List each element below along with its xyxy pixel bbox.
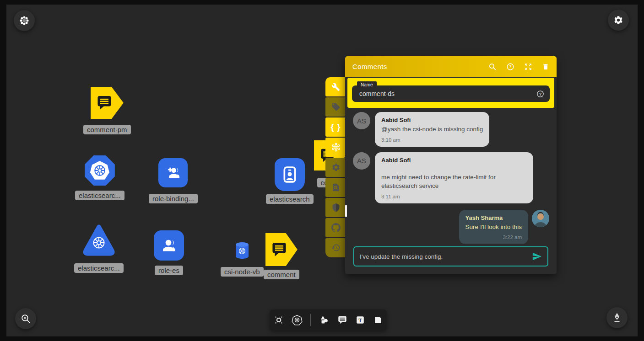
comment-shape	[265, 233, 298, 266]
settings-button[interactable]	[608, 10, 629, 31]
node-label: csi-node-vb	[221, 267, 264, 277]
github-button[interactable]	[325, 218, 346, 237]
workflow-button[interactable]	[274, 315, 284, 325]
node-label: role-binding...	[149, 194, 198, 203]
app-menu-button[interactable]	[14, 10, 35, 31]
node-elasticsearch-triangle[interactable]: elasticsearc...	[74, 223, 124, 273]
panel-title: Comments	[352, 63, 488, 70]
wrench-button[interactable]	[325, 77, 346, 96]
node-label: comment-pm	[83, 125, 131, 134]
message-time: 3:10 am	[381, 137, 483, 143]
toolbar-divider	[310, 314, 311, 326]
text-icon: T	[355, 315, 365, 325]
chat-icon	[271, 241, 288, 258]
pen-nib-icon	[611, 312, 623, 324]
search-icon[interactable]	[488, 63, 497, 71]
note-tool-button[interactable]	[373, 315, 383, 325]
braces-button[interactable]: { }	[325, 117, 346, 137]
braces-icon: { }	[330, 123, 341, 132]
message-author: Yash Sharma	[465, 214, 522, 221]
message-text: me might need to change the rate-limit f…	[381, 173, 527, 191]
comments-panel: Comments ? Name ? AS	[345, 56, 557, 274]
name-field[interactable]: Name ?	[352, 85, 550, 102]
kanvas-flower-icon	[331, 142, 341, 152]
shape-dock: T	[270, 309, 387, 330]
name-field-label: Name	[357, 81, 377, 88]
svg-text:T: T	[358, 317, 362, 324]
node-comment-pm[interactable]: comment-pm	[83, 87, 131, 134]
send-icon[interactable]	[532, 251, 542, 261]
gear-icon	[613, 15, 623, 25]
shield-button[interactable]	[325, 198, 346, 217]
kubernetes-button[interactable]	[292, 314, 303, 325]
svg-text:?: ?	[539, 91, 541, 96]
svg-text:?: ?	[509, 64, 511, 69]
service-account-shape	[275, 158, 305, 191]
rounded-square-shape	[154, 230, 184, 261]
scrollbar[interactable]	[345, 205, 347, 217]
message-bubble: Yash Sharma Sure I'll look into this 3:2…	[459, 210, 528, 244]
add-user-icon	[164, 164, 182, 181]
message-bubble: Aabid Sofi @yash the csi-node is missing…	[375, 112, 489, 147]
node-label: comment	[264, 270, 299, 279]
tag-icon	[331, 102, 341, 112]
person-portrait	[532, 210, 549, 227]
shield-icon	[331, 203, 341, 212]
comment-tool-button[interactable]	[337, 315, 347, 325]
node-label: elasticsearc...	[75, 191, 124, 200]
message-text: Sure I'll look into this	[465, 223, 522, 232]
note-icon	[373, 315, 383, 325]
help-icon[interactable]: ?	[506, 63, 514, 71]
avatar-photo	[532, 210, 549, 227]
zoom-button[interactable]	[15, 308, 36, 329]
node-role-es[interactable]: role-es	[154, 230, 184, 275]
wrench-icon	[331, 83, 340, 91]
message-time: 3:11 am	[381, 194, 527, 199]
node-role-binding[interactable]: role-binding...	[149, 158, 198, 203]
avatar: AS	[353, 152, 370, 170]
tag-button[interactable]	[325, 97, 346, 117]
history-button[interactable]	[325, 238, 346, 257]
comment-message: AS Aabid Sofi @yash the csi-node is miss…	[353, 112, 549, 147]
comment-message: Yash Sharma Sure I'll look into this 3:2…	[353, 210, 549, 244]
chat-icon	[96, 94, 113, 112]
message-time: 3:22 am	[465, 234, 522, 240]
comment-message: AS Aabid Sofi me might need to change th…	[353, 152, 549, 203]
message-author: Aabid Sofi	[381, 117, 483, 123]
shapes-button[interactable]	[319, 314, 330, 325]
pen-tool-button[interactable]	[606, 307, 628, 328]
users-icon	[160, 236, 178, 255]
node-label: elasticsearch	[266, 194, 314, 204]
text-tool-button[interactable]: T	[355, 315, 365, 325]
message-bubble: Aabid Sofi me might need to change the r…	[375, 152, 533, 203]
comment-icon	[337, 315, 347, 325]
shapes-icon	[319, 314, 330, 325]
comments-panel-header[interactable]: Comments ?	[345, 56, 557, 77]
name-input[interactable]	[359, 90, 536, 97]
trash-icon[interactable]	[542, 63, 549, 71]
kanvas-flower-button[interactable]	[325, 138, 346, 157]
rounded-square-shape	[158, 158, 188, 187]
message-author: Aabid Sofi	[381, 157, 527, 164]
node-comment[interactable]: comment	[264, 233, 299, 279]
workflow-icon	[274, 315, 284, 325]
cylinder-shape	[234, 241, 250, 260]
doc-scan-button[interactable]	[325, 178, 346, 197]
expand-icon[interactable]	[524, 63, 532, 71]
node-label: elasticsearc...	[74, 263, 124, 273]
comments-list[interactable]: AS Aabid Sofi @yash the csi-node is miss…	[345, 108, 557, 244]
kanvas-stage: comment-pm elasticsearc... role-bind	[0, 0, 644, 341]
node-elasticsearch-sa[interactable]: elasticsearch	[266, 158, 314, 204]
name-field-block: Name ?	[347, 78, 554, 108]
github-icon	[331, 223, 341, 232]
triangle-shape	[82, 223, 116, 258]
design-canvas[interactable]: comment-pm elasticsearc... role-bind	[6, 5, 638, 336]
node-elasticsearch-octagon[interactable]: elasticsearc...	[75, 155, 124, 200]
gear-button[interactable]	[325, 158, 346, 177]
node-csi-node-vb[interactable]: csi-node-vb	[221, 241, 264, 277]
comment-input-row	[353, 246, 548, 266]
node-action-toolbar: { }	[325, 77, 346, 257]
kubernetes-badge	[90, 161, 109, 180]
help-icon[interactable]: ?	[536, 90, 544, 98]
comment-input[interactable]	[360, 253, 532, 260]
